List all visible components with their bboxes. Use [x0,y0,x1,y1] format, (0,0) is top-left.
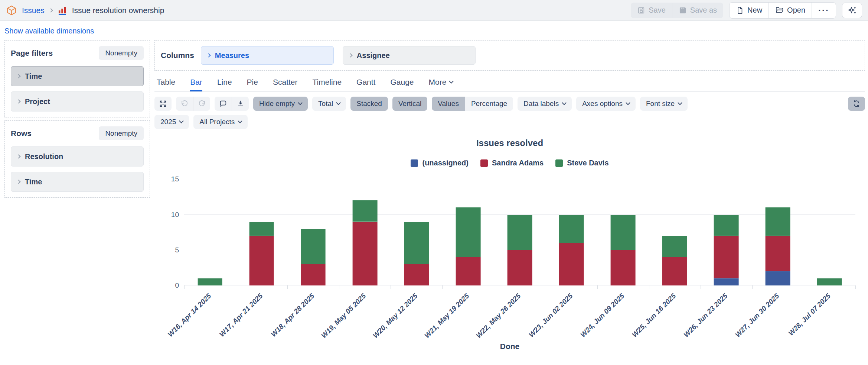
bar-w24-jun-09-2025[interactable] [611,215,636,285]
bar-segment-steve-davis[interactable] [817,278,842,285]
columns-chip-assignee[interactable]: Assignee [343,46,476,65]
tab-pie[interactable]: Pie [247,78,258,91]
new-report-button[interactable]: New [730,3,769,18]
tab-gauge[interactable]: Gauge [390,78,414,91]
bar-segment-unassigned[interactable] [766,271,790,285]
expand-chart-button[interactable] [154,97,172,111]
chart-type-tabs: TableBarLinePieScatterTimelineGanttGauge… [154,71,865,92]
undo-button[interactable] [176,97,193,111]
bar-segment-steve-davis[interactable] [714,215,739,236]
vertical-toggle[interactable]: Vertical [392,97,427,111]
tab-scatter[interactable]: Scatter [273,78,298,91]
refresh-button[interactable] [848,97,865,111]
columns-chip-measures[interactable]: Measures [201,46,334,65]
percentage-toggle[interactable]: Percentage [465,97,513,111]
legend-item-sandra-adams[interactable]: Sandra Adams [480,159,544,167]
bar-w21-may-19-2025[interactable] [456,207,481,285]
bar-segment-steve-davis[interactable] [662,236,687,257]
bar-w18-apr-28-2025[interactable] [301,229,326,285]
bar-segment-sandra-adams[interactable] [404,264,429,285]
sparkles-icon [847,6,857,15]
rows-chip-time[interactable]: Time [11,172,144,192]
bar-segment-sandra-adams[interactable] [766,236,790,271]
values-toggle[interactable]: Values [432,97,465,111]
bar-w17-apr-21-2025[interactable] [249,222,274,285]
data-labels-label: Data labels [523,100,559,108]
redo-button[interactable] [193,97,210,111]
bar-segment-sandra-adams[interactable] [611,250,636,285]
save-as-button[interactable]: Save as [672,3,723,18]
columns-chips: MeasuresAssignee [201,46,476,65]
page-filter-chip-project[interactable]: Project [11,91,144,112]
bar-w20-may-12-2025[interactable] [404,222,429,285]
bar-segment-sandra-adams[interactable] [714,236,739,278]
tab-bar[interactable]: Bar [190,78,202,91]
save-button[interactable]: Save [631,3,672,18]
project-filter-label: All Projects [199,118,235,126]
bar-segment-sandra-adams[interactable] [508,250,532,285]
page-filter-chip-time[interactable]: Time [11,66,144,86]
bar-segment-steve-davis[interactable] [456,207,481,257]
tab-more[interactable]: More [429,78,453,91]
bar-w26-jun-23-2025[interactable] [714,215,739,285]
time-filter-dropdown[interactable]: 2025 [154,115,189,129]
bar-segment-steve-davis[interactable] [352,200,377,222]
bar-w19-may-05-2025[interactable] [352,200,377,285]
download-icon [236,100,245,108]
hide-empty-label: Hide empty [259,100,295,108]
data-labels-dropdown[interactable]: Data labels [518,97,572,111]
bar-slot [804,174,855,285]
rows-chip-resolution[interactable]: Resolution [11,146,144,167]
tab-line[interactable]: Line [217,78,232,91]
font-size-dropdown[interactable]: Font size [640,97,688,111]
legend-item-steve-davis[interactable]: Steve Davis [555,159,608,167]
bar-segment-steve-davis[interactable] [249,222,274,236]
bar-segment-unassigned[interactable] [714,278,739,285]
comment-button[interactable] [215,97,232,111]
hide-empty-dropdown[interactable]: Hide empty [253,97,308,111]
bar-segment-sandra-adams[interactable] [301,264,326,285]
save-as-icon [679,6,687,14]
rows-nonempty-button[interactable]: Nonempty [99,126,144,140]
x-axis-label: W27, Jun 30 2025 [734,292,781,339]
bar-segment-sandra-adams[interactable] [662,257,687,285]
legend-label: (unassigned) [422,159,468,167]
breadcrumb-issues-link[interactable]: Issues [22,6,45,15]
stacked-toggle[interactable]: Stacked [350,97,388,111]
app-logo-cube-icon [6,5,17,16]
show-dimensions-link[interactable]: Show available dimensions [4,27,94,35]
bar-slot [236,174,287,285]
bar-segment-sandra-adams[interactable] [559,243,584,285]
bar-w27-jun-30-2025[interactable] [766,207,790,285]
bar-segment-sandra-adams[interactable] [456,257,481,285]
bar-segment-sandra-adams[interactable] [352,222,377,285]
bar-w28-jul-07-2025[interactable] [817,278,842,285]
bar-w16-apr-14-2025[interactable] [198,278,222,285]
total-dropdown[interactable]: Total [312,97,346,111]
ai-assistant-button[interactable] [842,3,862,18]
bar-segment-steve-davis[interactable] [766,207,790,236]
bar-segment-sandra-adams[interactable] [249,236,274,285]
chevron-down-icon [678,100,682,105]
tab-gantt[interactable]: Gantt [356,78,375,91]
tab-table[interactable]: Table [157,78,175,91]
more-actions-button[interactable]: ··· [812,3,836,18]
bar-w22-may-26-2025[interactable] [508,215,532,285]
x-axis-label: W24, Jun 09 2025 [579,292,626,339]
bar-segment-steve-davis[interactable] [198,278,222,285]
refresh-icon [852,100,861,108]
project-filter-dropdown[interactable]: All Projects [193,115,248,129]
bar-segment-steve-davis[interactable] [559,215,584,243]
bar-w25-jun-16-2025[interactable] [662,236,687,285]
bar-segment-steve-davis[interactable] [404,222,429,264]
bar-w23-jun-02-2025[interactable] [559,215,584,285]
tab-timeline[interactable]: Timeline [312,78,342,91]
bar-segment-steve-davis[interactable] [301,229,326,264]
bar-segment-steve-davis[interactable] [611,215,636,250]
bar-segment-steve-davis[interactable] [508,215,532,250]
open-report-button[interactable]: Open [769,3,812,18]
legend-item-unassigned[interactable]: (unassigned) [411,159,468,167]
download-button[interactable] [232,97,249,111]
axes-options-dropdown[interactable]: Axes options [576,97,636,111]
page-filters-nonempty-button[interactable]: Nonempty [99,46,144,60]
